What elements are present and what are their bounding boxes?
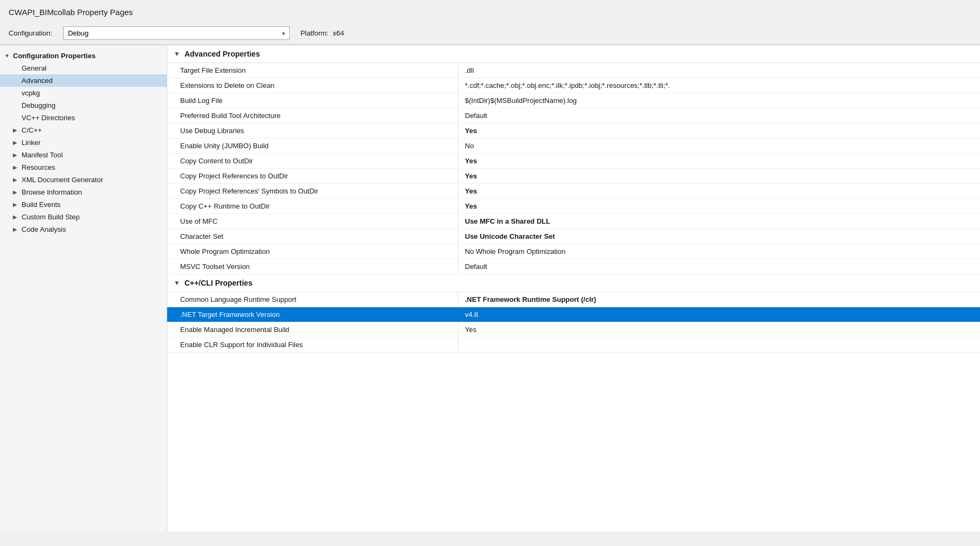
sidebar-item-cpp[interactable]: ▶ C/C++	[0, 124, 167, 136]
custom-build-arrow: ▶	[13, 214, 19, 220]
sidebar-item-build-events[interactable]: ▶ Build Events	[0, 198, 167, 211]
browse-arrow: ▶	[13, 189, 19, 195]
table-row[interactable]: Enable Managed Incremental Build Yes	[167, 322, 980, 337]
manifest-label: Manifest Tool	[22, 151, 63, 159]
table-row[interactable]: Character Set Use Unicode Character Set	[167, 229, 980, 244]
prop-value-clr-individual	[458, 342, 980, 348]
prop-name-copy-runtime: Copy C++ Runtime to OutDir	[167, 199, 458, 213]
prop-name-target-ext: Target File Extension	[167, 64, 458, 77]
cli-collapse-icon: ▼	[174, 279, 180, 287]
prop-value-char-set: Use Unicode Character Set	[458, 230, 980, 243]
prop-name-unity-build: Enable Unity (JUMBO) Build	[167, 139, 458, 153]
prop-value-copy-proj-refs-sym: Yes	[458, 184, 980, 198]
sidebar-item-code-analysis[interactable]: ▶ Code Analysis	[0, 223, 167, 236]
sidebar-item-advanced[interactable]: Advanced	[0, 74, 167, 87]
sidebar-item-debugging[interactable]: Debugging	[0, 99, 167, 112]
sidebar-item-vcpkg[interactable]: vcpkg	[0, 87, 167, 99]
table-row[interactable]: Copy Content to OutDir Yes	[167, 154, 980, 169]
prop-value-managed-build: Yes	[458, 323, 980, 336]
code-analysis-label: Code Analysis	[22, 225, 66, 233]
prop-value-clr-support: .NET Framework Runtime Support (/clr)	[458, 293, 980, 306]
prop-value-wpo: No Whole Program Optimization	[458, 245, 980, 258]
sidebar-item-resources[interactable]: ▶ Resources	[0, 161, 167, 174]
browse-label: Browse Information	[22, 188, 82, 196]
prop-value-debug-libs: Yes	[458, 124, 980, 137]
cli-section-title: C++/CLI Properties	[184, 279, 252, 287]
table-row[interactable]: Use of MFC Use MFC in a Shared DLL	[167, 214, 980, 229]
table-row[interactable]: Whole Program Optimization No Whole Prog…	[167, 244, 980, 259]
config-properties-label: Configuration Properties	[13, 52, 95, 60]
resources-arrow: ▶	[13, 164, 19, 170]
table-row[interactable]: Enable CLR Support for Individual Files	[167, 337, 980, 353]
cli-section-header[interactable]: ▼ C++/CLI Properties	[167, 274, 980, 292]
build-events-label: Build Events	[22, 201, 60, 209]
table-row-highlighted[interactable]: .NET Target Framework Version v4.8	[167, 307, 980, 322]
sidebar-item-linker[interactable]: ▶ Linker	[0, 136, 167, 149]
table-row[interactable]: Copy Project References' Symbols to OutD…	[167, 184, 980, 199]
debugging-label: Debugging	[22, 101, 56, 109]
config-properties-arrow: ▼	[4, 53, 11, 59]
sidebar-item-vc-directories[interactable]: VC++ Directories	[0, 112, 167, 124]
table-row[interactable]: Copy C++ Runtime to OutDir Yes	[167, 199, 980, 214]
sidebar-item-general[interactable]: General	[0, 62, 167, 74]
cpp-label: C/C++	[22, 126, 42, 134]
code-analysis-arrow: ▶	[13, 226, 19, 232]
prop-name-build-tool-arch: Preferred Build Tool Architecture	[167, 109, 458, 122]
main-container: ▼ Configuration Properties General Advan…	[0, 45, 980, 531]
cpp-arrow: ▶	[13, 127, 19, 133]
prop-value-target-ext: .dll	[458, 64, 980, 77]
table-row[interactable]: Target File Extension .dll	[167, 63, 980, 78]
prop-name-msvc-toolset: MSVC Toolset Version	[167, 260, 458, 273]
prop-name-clr-support: Common Language Runtime Support	[167, 293, 458, 306]
table-row[interactable]: Build Log File $(IntDir)$(MSBuildProject…	[167, 93, 980, 108]
platform-section: Platform: x64	[300, 29, 344, 37]
prop-name-ext-delete: Extensions to Delete on Clean	[167, 79, 458, 92]
prop-value-build-tool-arch: Default	[458, 109, 980, 122]
config-bar: Configuration: Debug Release All Configu…	[0, 22, 980, 45]
prop-value-msvc-toolset: Default	[458, 260, 980, 273]
table-row[interactable]: Use Debug Libraries Yes	[167, 123, 980, 139]
prop-name-clr-individual: Enable CLR Support for Individual Files	[167, 338, 458, 351]
table-row[interactable]: Enable Unity (JUMBO) Build No	[167, 139, 980, 154]
xml-doc-label: XML Document Generator	[22, 176, 103, 184]
table-row[interactable]: Extensions to Delete on Clean *.cdf;*.ca…	[167, 78, 980, 93]
xml-doc-arrow: ▶	[13, 177, 19, 183]
prop-name-managed-build: Enable Managed Incremental Build	[167, 323, 458, 336]
prop-value-net-target: v4.8	[458, 308, 980, 321]
advanced-section-header[interactable]: ▼ Advanced Properties	[167, 45, 980, 63]
table-row[interactable]: Common Language Runtime Support .NET Fra…	[167, 292, 980, 307]
sidebar-item-custom-build-step[interactable]: ▶ Custom Build Step	[0, 211, 167, 223]
config-label: Configuration:	[9, 29, 52, 37]
window-title: CWAPI_BIMcollab Property Pages	[0, 0, 980, 22]
table-row[interactable]: MSVC Toolset Version Default	[167, 259, 980, 274]
prop-value-copy-content: Yes	[458, 154, 980, 168]
sidebar-item-config-properties[interactable]: ▼ Configuration Properties	[0, 50, 167, 62]
platform-label: Platform:	[300, 29, 328, 37]
prop-name-copy-proj-refs-sym: Copy Project References' Symbols to OutD…	[167, 184, 458, 198]
prop-value-ext-delete: *.cdf;*.cache;*.obj;*.obj.enc;*.ilk;*.ip…	[458, 79, 980, 92]
prop-value-use-mfc: Use MFC in a Shared DLL	[458, 215, 980, 228]
prop-name-wpo: Whole Program Optimization	[167, 245, 458, 258]
manifest-arrow: ▶	[13, 152, 19, 158]
sidebar-item-browse-info[interactable]: ▶ Browse Information	[0, 186, 167, 198]
sidebar-item-xml-doc-gen[interactable]: ▶ XML Document Generator	[0, 174, 167, 186]
vcpkg-label: vcpkg	[22, 89, 40, 97]
prop-name-net-target: .NET Target Framework Version	[167, 308, 458, 321]
sidebar: ▼ Configuration Properties General Advan…	[0, 45, 167, 531]
linker-arrow: ▶	[13, 140, 19, 146]
prop-name-use-mfc: Use of MFC	[167, 215, 458, 228]
prop-value-copy-runtime: Yes	[458, 199, 980, 213]
build-events-arrow: ▶	[13, 202, 19, 208]
prop-name-char-set: Character Set	[167, 230, 458, 243]
table-row[interactable]: Preferred Build Tool Architecture Defaul…	[167, 108, 980, 123]
platform-value: x64	[333, 29, 344, 37]
config-select-wrapper[interactable]: Debug Release All Configurations	[63, 26, 290, 40]
vc-dir-label: VC++ Directories	[22, 114, 75, 122]
prop-value-copy-proj-refs: Yes	[458, 169, 980, 183]
table-row[interactable]: Copy Project References to OutDir Yes	[167, 169, 980, 184]
sidebar-item-manifest-tool[interactable]: ▶ Manifest Tool	[0, 149, 167, 161]
cli-properties-section: ▼ C++/CLI Properties Common Language Run…	[167, 274, 980, 353]
title-text: CWAPI_BIMcollab Property Pages	[9, 8, 133, 17]
advanced-collapse-icon: ▼	[174, 50, 180, 58]
config-select[interactable]: Debug Release All Configurations	[63, 26, 290, 40]
